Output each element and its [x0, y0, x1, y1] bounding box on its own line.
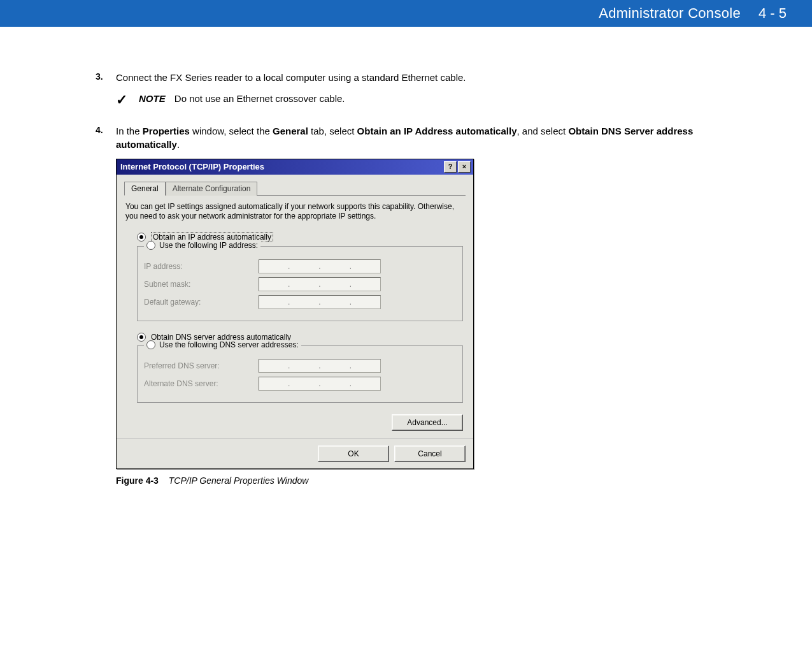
header-title: Administrator Console — [599, 5, 741, 22]
preferred-dns-input[interactable]: ... — [259, 359, 381, 373]
alternate-dns-input[interactable]: ... — [259, 377, 381, 391]
step-3: 3. Connect the FX Series reader to a loc… — [96, 71, 736, 84]
field-label: Subnet mask: — [144, 280, 259, 289]
tcpip-properties-dialog: Internet Protocol (TCP/IP) Properties ? … — [116, 159, 474, 469]
field-default-gateway: Default gateway: ... — [144, 295, 456, 309]
figure-caption: Figure 4-3 TCP/IP General Properties Win… — [116, 475, 736, 486]
field-label: Alternate DNS server: — [144, 379, 259, 388]
help-button[interactable]: ? — [444, 161, 457, 173]
step-text: In the Properties window, select the Gen… — [116, 125, 736, 151]
radio-label: Use the following DNS server addresses: — [159, 340, 299, 349]
field-subnet-mask: Subnet mask: ... — [144, 277, 456, 291]
t: . — [177, 139, 180, 150]
field-preferred-dns: Preferred DNS server: ... — [144, 359, 456, 373]
t: tab, select — [308, 126, 357, 136]
radio-use-following-ip[interactable]: Use the following IP address: — [144, 241, 260, 250]
radio-use-following-dns[interactable]: Use the following DNS server addresses: — [144, 340, 301, 349]
tab-alternate-configuration[interactable]: Alternate Configuration — [166, 182, 258, 196]
note-body: NOTE Do not use an Ethernet crossover ca… — [139, 93, 345, 104]
ok-button[interactable]: OK — [318, 446, 389, 462]
note-label: NOTE — [139, 93, 166, 104]
figure-title: TCP/IP General Properties Window — [169, 475, 309, 486]
dialog-body: General Alternate Configuration You can … — [117, 175, 473, 438]
tabstrip: General Alternate Configuration — [124, 181, 466, 196]
close-button[interactable]: × — [458, 161, 471, 173]
advanced-button[interactable]: Advanced... — [392, 414, 463, 431]
radio-icon — [146, 340, 155, 349]
page-content: 3. Connect the FX Series reader to a loc… — [0, 27, 812, 505]
group-use-dns: Use the following DNS server addresses: … — [137, 345, 463, 403]
step-text: Connect the FX Series reader to a local … — [116, 71, 736, 84]
header-page-number: 4 - 5 — [759, 5, 787, 22]
field-label: IP address: — [144, 262, 259, 271]
cancel-button[interactable]: Cancel — [394, 446, 466, 462]
field-label: Preferred DNS server: — [144, 361, 259, 370]
field-label: Default gateway: — [144, 298, 259, 307]
radio-label: Use the following IP address: — [159, 241, 258, 250]
t: window, select the — [190, 126, 273, 136]
t: General — [273, 126, 308, 136]
page-header: Administrator Console 4 - 5 — [0, 0, 812, 27]
group-use-ip: Use the following IP address: IP address… — [137, 246, 463, 321]
note-text: Do not use an Ethernet crossover cable. — [175, 93, 345, 104]
dialog-title: Internet Protocol (TCP/IP) Properties — [120, 162, 443, 171]
t: , and select — [516, 126, 568, 136]
t: Obtain an IP Address automatically — [357, 126, 517, 136]
subnet-mask-input[interactable]: ... — [259, 277, 381, 291]
dialog-description: You can get IP settings assigned automat… — [125, 202, 464, 222]
radio-icon — [146, 241, 155, 250]
advanced-row: Advanced... — [124, 414, 463, 431]
t: In the — [116, 126, 143, 136]
tab-general[interactable]: General — [124, 182, 166, 196]
step-4: 4. In the Properties window, select the … — [96, 125, 736, 151]
ip-address-input[interactable]: ... — [259, 259, 381, 273]
t: Properties — [143, 126, 190, 136]
dialog-buttons: OK Cancel — [117, 438, 473, 468]
checkmark-icon: ✓ — [116, 93, 139, 107]
radio-icon — [137, 233, 146, 242]
field-ip-address: IP address: ... — [144, 259, 456, 273]
note-block: ✓ NOTE Do not use an Ethernet crossover … — [116, 93, 736, 107]
figure: Internet Protocol (TCP/IP) Properties ? … — [116, 159, 736, 486]
step-number: 3. — [96, 71, 116, 84]
figure-label: Figure 4-3 — [116, 475, 159, 486]
default-gateway-input[interactable]: ... — [259, 295, 381, 309]
dialog-titlebar: Internet Protocol (TCP/IP) Properties ? … — [117, 159, 473, 175]
field-alternate-dns: Alternate DNS server: ... — [144, 377, 456, 391]
step-number: 4. — [96, 125, 116, 151]
